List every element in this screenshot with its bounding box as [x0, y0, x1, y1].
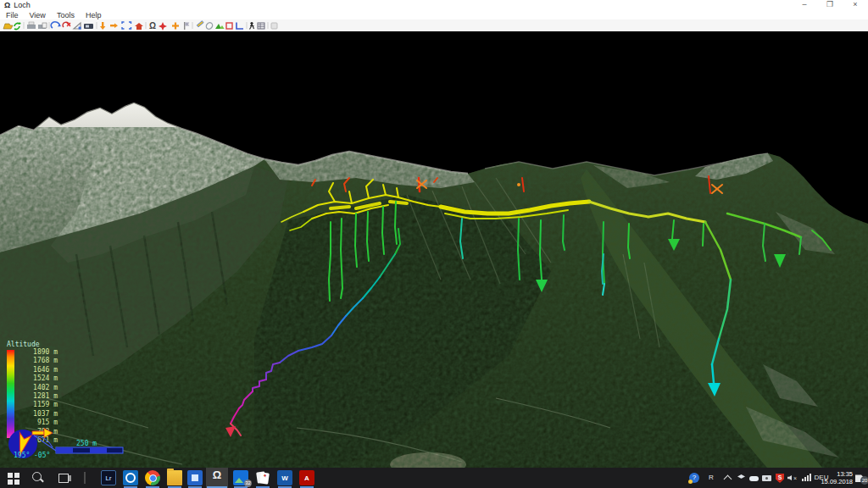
folder-icon — [167, 470, 182, 485]
tray-help[interactable]: ? — [688, 472, 700, 484]
rotate-view-icon[interactable] — [51, 22, 61, 28]
legend-value: 1159 m — [17, 401, 58, 409]
tray-hidden-icons[interactable] — [722, 472, 734, 484]
tray-clock[interactable]: 13:35 15.09.2018 — [815, 470, 853, 485]
legend-value: 1524 m — [17, 374, 58, 383]
zoom-in-icon[interactable] — [172, 23, 179, 30]
tray-camera[interactable] — [761, 472, 773, 484]
tray-antivirus[interactable]: S — [774, 472, 786, 484]
title-bar: Ω Loch – ❐ × — [0, 0, 868, 10]
taskbar-word[interactable]: W — [277, 470, 292, 485]
legend-value: 1646 m — [17, 366, 58, 374]
entrance-list-icon[interactable] — [258, 23, 264, 29]
taskbar-blue-app[interactable] — [187, 470, 203, 485]
surface-toggle-icon[interactable] — [215, 24, 225, 29]
clock-date: 15.09.2018 — [815, 478, 853, 485]
taskbar-file-explorer[interactable] — [167, 470, 182, 485]
stop-rotation-icon[interactable] — [63, 22, 70, 27]
taskbar: Lr Ω 32 ♠ W A ? R S × DEU 13:35 15.09.20… — [0, 468, 868, 488]
chevron-up-icon — [724, 475, 732, 484]
navigation-hud[interactable]: 195° -05° 250 m — [0, 424, 144, 468]
survey-marker-icon[interactable] — [184, 22, 189, 30]
tray-volume[interactable]: × — [787, 472, 798, 484]
look-down-icon[interactable] — [100, 22, 105, 30]
scale-bar: 250 m — [56, 440, 123, 453]
search-button[interactable] — [30, 470, 45, 485]
loch-omega-icon: Ω — [206, 468, 228, 483]
fullscreen-icon[interactable] — [122, 22, 131, 29]
clino-label: -05° — [34, 452, 50, 459]
reload-icon[interactable] — [14, 22, 21, 30]
outlook-icon — [123, 470, 138, 485]
tray-action-center[interactable]: 20 — [854, 472, 866, 484]
taskbar-solitaire[interactable]: ♠ — [255, 470, 270, 485]
draw-mode-icon[interactable] — [197, 21, 203, 27]
axes-toggle-icon[interactable] — [236, 23, 243, 30]
taskbar-outlook[interactable] — [123, 470, 138, 485]
tray-network[interactable] — [800, 472, 812, 484]
minimize-button[interactable]: – — [792, 0, 817, 10]
center-point-icon[interactable] — [159, 22, 167, 30]
screenshot-icon[interactable] — [84, 24, 93, 29]
taskbar-divider — [77, 470, 92, 485]
chrome-icon — [145, 470, 160, 485]
taskbar-lightroom[interactable]: Lr — [101, 470, 116, 485]
start-button[interactable] — [5, 470, 20, 485]
tray-app-r[interactable]: R — [705, 472, 717, 484]
dropbox-icon — [737, 474, 745, 481]
legend-value: 1890 m — [17, 348, 58, 357]
acrobat-icon: A — [299, 470, 314, 485]
scalebar-label: 250 m — [76, 440, 97, 447]
menu-view[interactable]: View — [30, 11, 46, 19]
menu-file[interactable]: File — [6, 11, 19, 19]
toolbar: Ω — [0, 19, 868, 32]
look-north-icon[interactable] — [110, 24, 118, 28]
menu-tools[interactable]: Tools — [57, 11, 75, 19]
print-setup-icon[interactable] — [38, 23, 47, 29]
photos-icon: 32 — [233, 470, 248, 485]
taskbar-photos[interactable]: 32 — [233, 470, 248, 485]
tray-onedrive[interactable] — [748, 472, 760, 484]
speaker-icon — [787, 475, 792, 480]
bearing-label: 195° — [14, 452, 30, 459]
blue-app-icon — [187, 470, 203, 485]
3d-viewport[interactable]: Altitude 1890 m 1768 m 1646 m 1524 m 140… — [0, 31, 868, 468]
notification-badge: 20 — [860, 476, 868, 485]
legend-value: 1402 m — [17, 384, 58, 392]
reset-view-icon[interactable] — [135, 23, 143, 30]
close-button[interactable]: × — [843, 0, 868, 10]
legend-value: 1281 m — [17, 392, 58, 401]
terrain-scene[interactable] — [0, 31, 868, 468]
restore-button[interactable]: ❐ — [817, 0, 843, 10]
attachments-icon[interactable] — [205, 21, 214, 30]
task-view-button[interactable] — [57, 470, 72, 485]
window-title: Loch — [14, 1, 31, 9]
fit-view-icon[interactable] — [74, 23, 81, 30]
legend-value: 1037 m — [17, 410, 58, 419]
bounding-box-icon[interactable] — [226, 23, 232, 29]
task-view-icon — [58, 474, 69, 483]
cards-icon: ♠ — [255, 470, 270, 485]
cloud-icon — [749, 476, 759, 481]
legend-value: 1768 m — [17, 357, 58, 365]
mute-x-icon: × — [793, 475, 797, 481]
taskbar-loch-active[interactable]: Ω — [206, 468, 228, 488]
omega-tool-icon[interactable]: Ω — [149, 21, 156, 30]
shield-icon: S — [776, 474, 784, 483]
taskbar-acrobat[interactable]: A — [299, 470, 314, 485]
altitude-legend: Altitude 1890 m 1768 m 1646 m 1524 m 140… — [5, 341, 64, 349]
r-app-icon: R — [709, 474, 714, 481]
open-file-icon[interactable] — [3, 24, 13, 29]
inactive-tool-icon — [271, 23, 277, 29]
photos-badge: 32 — [244, 480, 252, 487]
taskbar-chrome[interactable] — [145, 470, 160, 485]
lightroom-icon: Lr — [101, 470, 116, 485]
app-logo-omega-icon: Ω — [4, 1, 10, 9]
walk-mode-icon[interactable] — [250, 22, 254, 30]
svg-text:Ω: Ω — [149, 21, 156, 30]
print-icon[interactable] — [27, 22, 36, 29]
camera-icon — [762, 475, 771, 481]
clock-time: 13:35 — [815, 470, 853, 478]
tray-dropbox[interactable] — [736, 472, 748, 484]
menu-help[interactable]: Help — [86, 11, 102, 19]
